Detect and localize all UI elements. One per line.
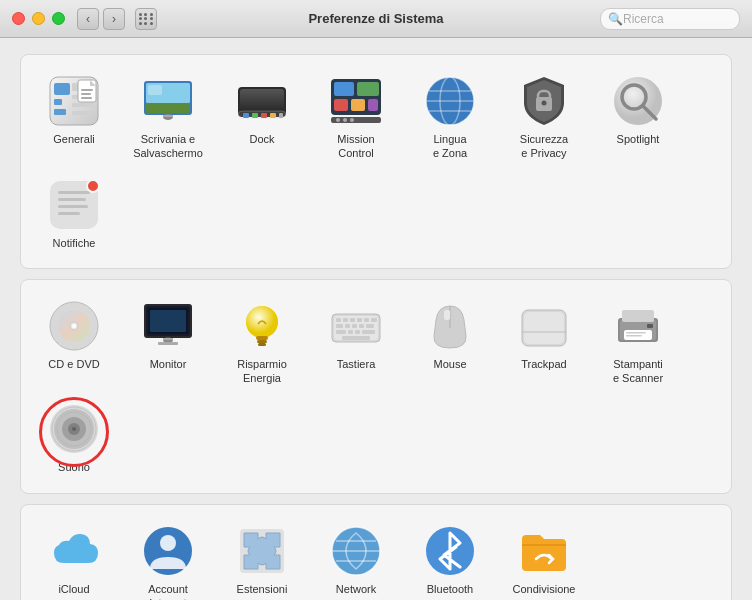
icon-notifiche[interactable]: Notifiche (29, 171, 119, 256)
svg-rect-53 (58, 198, 86, 201)
section-personal: Generali (20, 54, 732, 269)
nav-buttons: ‹ › (77, 8, 125, 30)
search-box[interactable]: 🔍 Ricerca (600, 8, 740, 30)
svg-rect-90 (444, 310, 450, 320)
icon-stampanti[interactable]: Stampantie Scanner (593, 292, 683, 392)
monitor-label: Monitor (150, 357, 187, 371)
notifiche-label: Notifiche (53, 236, 96, 250)
icon-cddvd[interactable]: CD e DVD (29, 292, 119, 392)
svg-rect-78 (364, 318, 369, 322)
svg-rect-32 (334, 99, 348, 111)
trackpad-label: Trackpad (521, 357, 566, 371)
icon-generali[interactable]: Generali (29, 67, 119, 167)
main-content: Generali (0, 38, 752, 600)
scrivania-label: Scrivania eSalvaschermo (133, 132, 203, 161)
svg-rect-74 (336, 318, 341, 322)
cddvd-label: CD e DVD (48, 357, 99, 371)
svg-rect-69 (256, 336, 268, 340)
icon-suono[interactable]: Suono (29, 395, 119, 480)
section-hardware: CD e DVD Monitor (20, 279, 732, 494)
icon-account[interactable]: AccountInternet (123, 517, 213, 600)
icon-icloud[interactable]: iCloud (29, 517, 119, 600)
icon-dock[interactable]: Dock (217, 67, 307, 167)
svg-rect-20 (148, 85, 162, 95)
svg-rect-83 (359, 324, 364, 328)
svg-rect-76 (350, 318, 355, 322)
icon-tastiera[interactable]: Tastiera (311, 292, 401, 392)
svg-rect-100 (647, 324, 653, 328)
icon-trackpad[interactable]: Trackpad (499, 292, 589, 392)
icon-sicurezza[interactable]: Sicurezzae Privacy (499, 67, 589, 167)
svg-rect-89 (342, 336, 370, 340)
tastiera-label: Tastiera (337, 357, 376, 371)
grid-view-button[interactable] (135, 8, 157, 30)
svg-rect-52 (58, 191, 90, 194)
window-title: Preferenze di Sistema (308, 11, 443, 26)
svg-rect-85 (336, 330, 346, 334)
stampanti-label: Stampantie Scanner (613, 357, 663, 386)
svg-rect-24 (243, 113, 249, 118)
suono-label: Suono (58, 460, 90, 474)
svg-rect-88 (362, 330, 375, 334)
svg-rect-63 (150, 310, 186, 332)
svg-rect-92 (524, 312, 564, 344)
section-internet: iCloud AccountInternet (20, 504, 732, 600)
svg-rect-27 (270, 113, 276, 118)
svg-rect-17 (163, 115, 173, 117)
network-label: Network (336, 582, 376, 596)
bluetooth-label: Bluetooth (427, 582, 473, 596)
svg-rect-25 (252, 113, 258, 118)
svg-rect-81 (345, 324, 350, 328)
title-bar: ‹ › Preferenze di Sistema 🔍 Ricerca (0, 0, 752, 38)
svg-rect-10 (81, 89, 93, 91)
icon-lingua[interactable]: Linguae Zona (405, 67, 495, 167)
svg-rect-55 (58, 212, 80, 215)
svg-rect-34 (368, 99, 378, 111)
svg-rect-65 (163, 338, 173, 340)
risparmio-label: RisparmioEnergia (237, 357, 287, 386)
svg-point-68 (246, 306, 278, 338)
svg-point-47 (542, 101, 547, 106)
svg-point-105 (72, 427, 76, 431)
account-label: AccountInternet (148, 582, 188, 600)
svg-rect-70 (257, 340, 267, 343)
svg-rect-3 (54, 109, 66, 115)
svg-rect-19 (146, 103, 190, 113)
svg-rect-84 (366, 324, 374, 328)
icon-network[interactable]: Network (311, 517, 401, 600)
icon-mission[interactable]: MissionControl (311, 67, 401, 167)
svg-rect-6 (72, 103, 94, 107)
forward-button[interactable]: › (103, 8, 125, 30)
svg-rect-75 (343, 318, 348, 322)
dock-label: Dock (249, 132, 274, 146)
svg-rect-28 (279, 113, 283, 118)
svg-rect-54 (58, 205, 88, 208)
icon-scrivania[interactable]: Scrivania eSalvaschermo (123, 67, 213, 167)
icon-estensioni[interactable]: Estensioni (217, 517, 307, 600)
svg-rect-79 (371, 318, 377, 322)
maximize-button[interactable] (52, 12, 65, 25)
icon-bluetooth[interactable]: Bluetooth (405, 517, 495, 600)
svg-rect-71 (258, 343, 266, 346)
svg-rect-31 (357, 82, 379, 96)
svg-rect-12 (81, 97, 92, 99)
mouse-label: Mouse (433, 357, 466, 371)
svg-rect-2 (54, 99, 62, 105)
icon-condivisione[interactable]: Condivisione (499, 517, 589, 600)
icon-spotlight[interactable]: Spotlight (593, 67, 683, 167)
svg-rect-80 (336, 324, 343, 328)
svg-point-109 (160, 535, 176, 551)
close-button[interactable] (12, 12, 25, 25)
sicurezza-label: Sicurezzae Privacy (520, 132, 568, 161)
icon-risparmio[interactable]: RisparmioEnergia (217, 292, 307, 392)
svg-rect-99 (626, 335, 642, 337)
svg-rect-77 (357, 318, 362, 322)
minimize-button[interactable] (32, 12, 45, 25)
generali-label: Generali (53, 132, 95, 146)
svg-rect-1 (54, 83, 70, 95)
icon-mouse[interactable]: Mouse (405, 292, 495, 392)
back-button[interactable]: ‹ (77, 8, 99, 30)
svg-point-38 (350, 118, 354, 122)
svg-rect-30 (334, 82, 354, 96)
icon-monitor[interactable]: Monitor (123, 292, 213, 392)
